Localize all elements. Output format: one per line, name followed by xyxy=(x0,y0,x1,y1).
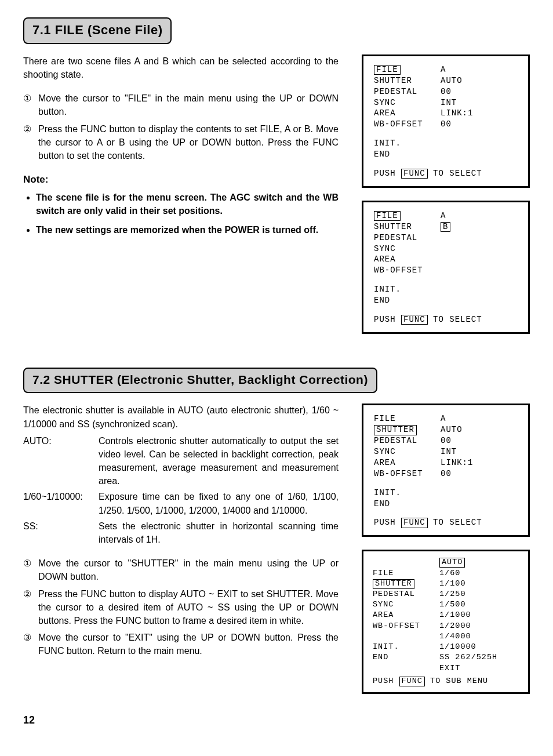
menu-value: 1/2000 xyxy=(439,621,503,631)
menu-value: 1/4000 xyxy=(439,631,503,642)
menu-shutter-main: FILEA SHUTTERAUTO PEDESTAL00 SYNCINT ARE… xyxy=(362,404,530,537)
section-7-1-body: There are two scene files A and B which … xyxy=(23,54,530,347)
def-ss: SS:Sets the electronic shutter in horizo… xyxy=(23,519,339,546)
section-header-7-1: 7.1 FILE (Scene File) xyxy=(23,17,172,44)
circled-2-icon: ② xyxy=(23,122,31,136)
menu-label: AREA xyxy=(374,254,441,265)
menu-row: FILEA xyxy=(374,413,518,424)
page-number: 12 xyxy=(23,713,530,728)
menu-tail: INIT. xyxy=(374,488,518,499)
step-2-text: Press the FUNC button to display AUTO ~ … xyxy=(38,589,339,626)
section-header-7-2: 7.2 SHUTTER (Electronic Shutter, Backlig… xyxy=(23,368,377,393)
section-7-2-menus: FILEA SHUTTERAUTO PEDESTAL00 SYNCINT ARE… xyxy=(362,404,530,707)
menu-row: AUTO xyxy=(373,557,519,568)
menu-label xyxy=(373,631,439,642)
circled-2-icon: ② xyxy=(23,587,31,601)
menu-label: SYNC xyxy=(374,97,441,108)
menu-value: A xyxy=(441,413,446,424)
note-1: The scene file is for the menu screen. T… xyxy=(36,191,339,217)
menu-label-shutter: SHUTTER xyxy=(373,579,414,589)
menu-value: 00 xyxy=(441,435,452,446)
section-7-2-intro: The electronic shutter is available in A… xyxy=(23,404,339,430)
section-7-2-text: The electronic shutter is available in A… xyxy=(23,404,339,707)
func-button-icon: FUNC xyxy=(401,315,428,325)
push-pre: PUSH xyxy=(373,677,394,685)
menu-value: 00 xyxy=(441,119,452,130)
menu-row: FILEA xyxy=(374,210,518,221)
menu-label: SHUTTER xyxy=(374,221,441,232)
note-2: The new settings are memorized when the … xyxy=(36,223,339,237)
section-7-2-body: The electronic shutter is available in A… xyxy=(23,404,530,707)
menu-value: 1/500 xyxy=(439,599,503,610)
def-range: 1/60~1/10000:Exposure time can be fixed … xyxy=(23,490,339,517)
menu-row: FILEA xyxy=(374,64,518,75)
menu-label: SHUTTER xyxy=(374,75,441,86)
menu-file-select: FILEA SHUTTERB PEDESTAL SYNC AREA WB-OFF… xyxy=(362,201,530,334)
def-term: SS: xyxy=(23,519,99,546)
step-3: ③Move the cursor to "EXIT" using the UP … xyxy=(23,631,339,657)
step-3-text: Move the cursor to "EXIT" using the UP o… xyxy=(38,633,339,656)
menu-row: AREALINK:1 xyxy=(374,457,518,468)
menu-row: 1/4000 xyxy=(373,631,519,642)
push-pre: PUSH xyxy=(374,315,396,324)
menu-value: LINK:1 xyxy=(441,457,473,468)
menu-row: WB-OFFSET xyxy=(374,265,518,276)
menu-label: PEDESTAL xyxy=(374,435,441,446)
menu-label xyxy=(373,663,439,674)
menu-value: 00 xyxy=(441,468,452,479)
push-line: PUSH FUNC TO SELECT xyxy=(374,314,518,325)
circled-1-icon: ① xyxy=(23,92,31,105)
step-1: ①Move the cursor to "FILE" in the main m… xyxy=(23,92,339,118)
note-heading: Note: xyxy=(23,173,339,187)
menu-label: SYNC xyxy=(373,599,439,610)
menu-row: PEDESTAL xyxy=(374,232,518,243)
section-7-2-steps: ①Move the cursor to "SHUTTER" in the mai… xyxy=(23,557,339,657)
menu-row: PEDESTAL00 xyxy=(374,86,518,97)
menu-label: WB-OFFSET xyxy=(374,468,441,479)
menu-row: WB-OFFSET00 xyxy=(374,468,518,479)
push-post: TO SELECT xyxy=(433,169,482,178)
menu-row: SHUTTERAUTO xyxy=(374,75,518,86)
menu-row: EXIT xyxy=(373,663,519,674)
def-term: 1/60~1/10000: xyxy=(23,490,99,517)
push-line: PUSH FUNC TO SUB MENU xyxy=(373,676,519,686)
def-body: Controls electronic shutter automaticall… xyxy=(99,434,339,488)
step-2-text: Press the FUNC button to display the con… xyxy=(38,124,339,161)
menu-value-auto: AUTO xyxy=(439,558,465,568)
menu-value: 1/250 xyxy=(439,589,503,599)
menu-row: WB-OFFSET00 xyxy=(374,119,518,130)
menu-row: SHUTTERAUTO xyxy=(374,424,518,435)
menu-file-a: FILEA SHUTTERAUTO PEDESTAL00 SYNCINT ARE… xyxy=(362,54,530,188)
menu-row: SYNC1/500 xyxy=(373,599,519,610)
func-button-icon: FUNC xyxy=(399,677,425,686)
menu-value-b: B xyxy=(441,222,450,232)
menu-row: FILE1/60 xyxy=(373,568,519,579)
push-post: TO SUB MENU xyxy=(430,677,488,685)
definitions: AUTO:Controls electronic shutter automat… xyxy=(23,434,339,547)
menu-value: A xyxy=(441,64,446,75)
menu-shutter-sublist: AUTO FILE1/60 SHUTTER1/100 PEDESTAL1/250… xyxy=(362,550,530,694)
def-body: Sets the electronic shutter in horizonta… xyxy=(99,519,339,546)
menu-value: A xyxy=(441,210,446,221)
menu-row: PEDESTAL00 xyxy=(374,435,518,446)
menu-row: AREA1/1000 xyxy=(373,610,519,620)
menu-row: ENDSS 262/525H xyxy=(373,652,519,663)
push-line: PUSH FUNC TO SELECT xyxy=(374,168,518,179)
note-list: The scene file is for the menu screen. T… xyxy=(23,191,339,237)
menu-label-file: FILE xyxy=(374,211,401,221)
menu-row: AREA xyxy=(374,254,518,265)
push-pre: PUSH xyxy=(374,169,396,178)
menu-tail: END xyxy=(374,149,518,160)
menu-row: WB-OFFSET1/2000 xyxy=(373,621,519,631)
menu-label: SYNC xyxy=(374,446,441,457)
push-line: PUSH FUNC TO SELECT xyxy=(374,517,518,528)
menu-row: SYNCINT xyxy=(374,446,518,457)
menu-label: WB-OFFSET xyxy=(374,265,441,276)
menu-row: SHUTTER1/100 xyxy=(373,579,519,589)
push-post: TO SELECT xyxy=(433,315,482,324)
menu-value: AUTO xyxy=(441,424,463,435)
menu-label: AREA xyxy=(373,610,439,620)
menu-value: INT xyxy=(441,446,457,457)
menu-label: FILE xyxy=(374,413,441,424)
menu-label: FILE xyxy=(373,568,439,579)
